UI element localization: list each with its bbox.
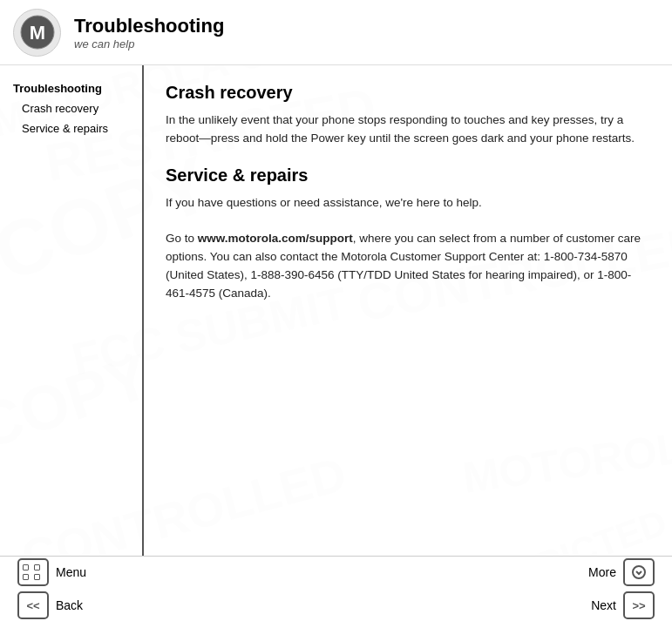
menu-button[interactable]: Menu (17, 558, 86, 586)
grid-cell-4 (34, 574, 40, 580)
header: M Troubleshooting we can help (0, 0, 672, 65)
header-text: Troubleshooting we can help (74, 15, 224, 51)
page-subtitle: we can help (74, 37, 224, 51)
back-button[interactable]: << Back (17, 591, 86, 619)
main-layout: Troubleshooting Crash recovery Service &… (0, 65, 672, 556)
content-area: Crash recovery In the unlikely event tha… (144, 65, 672, 556)
service-repairs-intro: If you have questions or need assistance… (166, 194, 650, 213)
menu-label: Menu (56, 565, 86, 579)
grid-cell-1 (23, 564, 29, 570)
more-icon (623, 558, 655, 586)
sidebar-item-service-repairs[interactable]: Service & repairs (9, 118, 133, 138)
grid-cell-3 (23, 574, 29, 580)
svg-text:M: M (29, 22, 44, 44)
menu-icon (17, 558, 49, 586)
bottom-right-buttons: More Next >> (588, 558, 655, 619)
crash-recovery-body: In the unlikely event that your phone st… (166, 111, 650, 148)
page-title: Troubleshooting (74, 15, 224, 37)
sidebar-item-troubleshooting[interactable]: Troubleshooting (9, 78, 133, 98)
bottom-left-buttons: Menu << Back (17, 558, 86, 619)
more-button[interactable]: More (588, 558, 655, 586)
sidebar: Troubleshooting Crash recovery Service &… (0, 65, 144, 556)
service-repairs-title: Service & repairs (166, 165, 650, 186)
service-repairs-body: Go to www.motorola.com/support, where yo… (166, 230, 650, 303)
next-icon: >> (623, 591, 655, 619)
service-repairs-text-start: Go to (166, 232, 198, 245)
next-button[interactable]: Next >> (591, 591, 655, 619)
bottom-bar: Menu << Back More Next >> (0, 556, 672, 621)
service-repairs-link[interactable]: www.motorola.com/support (198, 232, 353, 245)
grid-cell-2 (34, 564, 40, 570)
sidebar-item-crash-recovery[interactable]: Crash recovery (9, 98, 133, 118)
back-icon: << (17, 591, 49, 619)
back-label: Back (56, 598, 83, 612)
motorola-logo: M (13, 9, 61, 57)
more-label: More (588, 565, 616, 579)
crash-recovery-title: Crash recovery (166, 83, 650, 103)
svg-point-2 (633, 566, 645, 578)
next-label: Next (591, 598, 616, 612)
